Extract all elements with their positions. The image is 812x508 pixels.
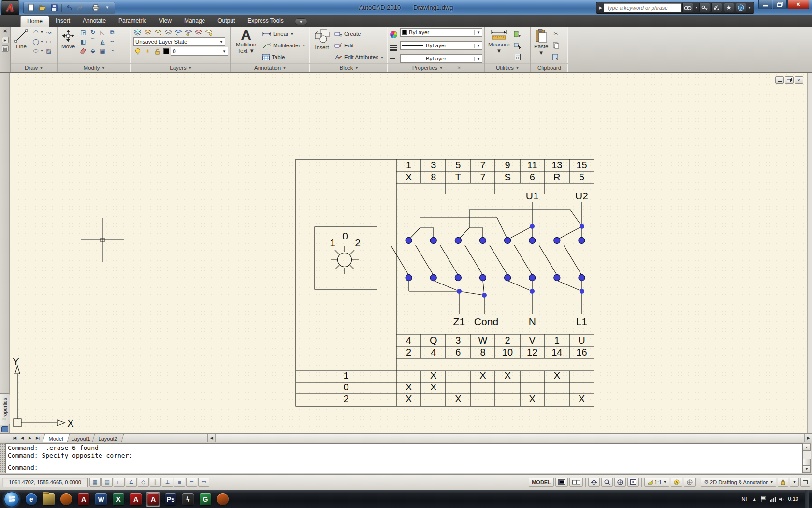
erase-icon[interactable] xyxy=(79,46,87,55)
ducs-toggle-icon[interactable]: ⊥ xyxy=(162,478,173,487)
undo-button[interactable] xyxy=(64,3,74,13)
search-input[interactable] xyxy=(604,3,681,12)
scroll-up-icon[interactable]: ▲ xyxy=(803,444,811,451)
quick-select-icon[interactable] xyxy=(513,42,522,50)
layer-unlock-icon[interactable] xyxy=(154,47,162,56)
annotation-panel-label[interactable]: Annotation▼ xyxy=(231,63,310,72)
command-scroll-thumb[interactable] xyxy=(803,459,811,465)
circle-icon[interactable]: ◯ xyxy=(32,37,40,45)
application-menu-button[interactable]: A xyxy=(1,0,19,15)
layer-state-dropdown[interactable]: Unsaved Layer State ▼ xyxy=(133,37,225,46)
ribbon-minimize-button[interactable]: ▼ xyxy=(295,18,307,25)
annotation-visibility-button[interactable]: A xyxy=(671,478,682,487)
taskbar-icon-acrobat[interactable]: A xyxy=(129,492,143,507)
new-drawing-button[interactable] xyxy=(26,3,36,13)
show-motion-button[interactable] xyxy=(627,478,639,487)
dyn-toggle-icon[interactable]: ≡ xyxy=(174,478,185,487)
ortho-toggle-icon[interactable]: ∟ xyxy=(114,478,125,487)
show-desktop-button[interactable] xyxy=(805,490,809,508)
palette-menu-icon[interactable]: ▤ xyxy=(2,45,9,52)
lwt-toggle-icon[interactable]: ━ xyxy=(186,478,197,487)
layout-tab-model[interactable]: Model xyxy=(43,434,70,442)
layer-freeze-icon[interactable] xyxy=(174,28,183,36)
scroll-left-icon[interactable]: ◀ xyxy=(208,434,216,442)
properties-palette-icon[interactable] xyxy=(1,426,8,432)
dialog-launcher-icon[interactable]: ⇲ xyxy=(457,66,460,70)
edit-attributes-button[interactable]: Edit Attributes▼ xyxy=(334,53,385,62)
linear-dimension-button[interactable]: Linear▼ xyxy=(261,30,306,39)
taskbar-icon-photoshop[interactable]: Ps xyxy=(163,492,178,507)
zoom-button[interactable] xyxy=(601,478,613,487)
layers-panel-label[interactable]: Layers▼ xyxy=(131,63,230,72)
command-scrollbar[interactable]: ▲ ▼ xyxy=(803,443,811,473)
taskbar-icon-google[interactable]: G xyxy=(198,492,213,507)
grid-toggle-icon[interactable]: ▤ xyxy=(102,478,113,487)
object-color-dropdown[interactable]: ByLayer ▼ xyxy=(400,28,482,37)
tab-home[interactable]: Home xyxy=(20,16,49,27)
break-icon[interactable]: ╌ xyxy=(108,37,116,45)
favorites-button[interactable]: ★ xyxy=(724,3,734,12)
properties-palette-tab[interactable]: Properties xyxy=(0,393,10,425)
paste-button[interactable]: Paste▼ xyxy=(533,28,550,63)
layer-match-icon[interactable] xyxy=(144,28,152,36)
lineweight-dropdown[interactable]: ByLayer ▼ xyxy=(400,41,482,50)
explode-icon[interactable]: ⬙ xyxy=(88,46,97,55)
vertical-scrollbar[interactable] xyxy=(807,73,812,433)
redo-button[interactable] xyxy=(75,3,86,13)
infocenter-collapse-icon[interactable]: ▶ xyxy=(599,5,602,10)
annotation-scale-button[interactable]: 1:1 ▼ xyxy=(644,478,669,487)
stretch-icon[interactable]: ◧ xyxy=(79,37,87,45)
layer-dropdown[interactable]: 0 ▼ xyxy=(171,47,228,56)
ellipse-icon[interactable]: ⬭ xyxy=(32,46,40,55)
tab-annotate[interactable]: Annotate xyxy=(76,16,112,27)
layer-prev-icon[interactable] xyxy=(154,28,162,36)
fillet-icon[interactable]: ⌒ xyxy=(88,37,97,45)
tab-insert[interactable]: Insert xyxy=(49,16,76,27)
search-options-icon[interactable]: ▼ xyxy=(695,6,698,9)
drawing-close-button[interactable]: × xyxy=(795,76,803,84)
palette-close-icon[interactable]: ✕ xyxy=(2,28,9,34)
layer-lock-icon[interactable] xyxy=(184,28,193,36)
next-layout-button[interactable]: ▶ xyxy=(26,436,34,440)
insert-block-button[interactable]: Insert xyxy=(312,28,332,63)
table-button[interactable]: Table xyxy=(261,53,306,62)
hatch-icon[interactable]: ▨ xyxy=(44,46,53,55)
arc-icon[interactable]: ◠ xyxy=(32,28,40,36)
otrack-toggle-icon[interactable]: ∥ xyxy=(150,478,161,487)
save-button[interactable] xyxy=(49,3,59,13)
move-button[interactable]: Move xyxy=(59,28,77,63)
draw-panel-label[interactable]: Draw▼ xyxy=(11,63,57,72)
taskbar-icon-excel[interactable]: X xyxy=(111,492,126,507)
rectangle-icon[interactable]: ▭ xyxy=(44,37,53,45)
calculator-icon[interactable] xyxy=(513,53,522,61)
layer-thaw-sun-icon[interactable]: ☀ xyxy=(144,47,152,56)
model-space-button[interactable]: MODEL xyxy=(529,478,554,487)
palette-expand-icon[interactable]: ▸ xyxy=(2,37,9,43)
communication-center-button[interactable] xyxy=(711,3,722,12)
taskbar-icon-adobe-reader[interactable]: A xyxy=(76,492,91,507)
multiline-text-button[interactable]: A MultilineText ▼ xyxy=(232,28,260,63)
tab-manage[interactable]: Manage xyxy=(178,16,211,27)
help-button[interactable]: ? xyxy=(736,3,746,12)
copy-clip-icon[interactable] xyxy=(551,42,560,50)
scroll-right-icon[interactable]: ▶ xyxy=(804,434,812,442)
layer-isolate-icon[interactable] xyxy=(164,28,173,36)
coordinate-display[interactable]: 1061.4702, 1585.4665, 0.0000 xyxy=(2,478,88,487)
id-point-icon[interactable] xyxy=(513,30,522,38)
taskbar-icon-autocad[interactable]: A xyxy=(146,492,160,507)
first-layout-button[interactable]: |◀ xyxy=(11,436,18,440)
command-text-area[interactable]: Command: _.erase 6 foundCommand: Specify… xyxy=(5,443,803,473)
osnap-toggle-icon[interactable]: ◇ xyxy=(138,478,149,487)
scroll-down-icon[interactable]: ▼ xyxy=(803,465,811,473)
layer-walk-icon[interactable] xyxy=(204,28,213,36)
taskbar-icon-internet-explorer[interactable]: e xyxy=(24,492,39,507)
taskbar-icon-firefox[interactable] xyxy=(59,492,73,507)
autoscale-button[interactable] xyxy=(684,478,696,487)
layout-tab-layout2[interactable]: Layout2 xyxy=(92,434,124,442)
command-window-grip[interactable] xyxy=(0,443,5,473)
polyline-icon[interactable]: ↝ xyxy=(44,28,53,36)
chamfer-icon[interactable]: ◔ xyxy=(108,46,116,55)
layer-off-icon[interactable] xyxy=(194,28,203,36)
copy-icon[interactable]: ◲ xyxy=(79,28,87,36)
plot-button[interactable] xyxy=(90,3,101,13)
